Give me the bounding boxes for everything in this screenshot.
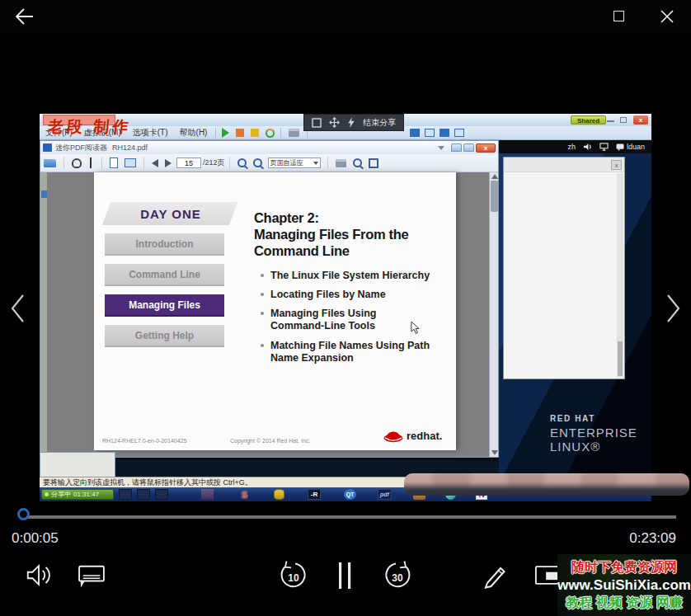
taskbar-icon [155,489,168,500]
share-status: 分享中 [51,490,71,499]
volume-button[interactable] [25,562,53,589]
subtitles-button[interactable] [78,564,106,587]
vm-fullscreen-icon [454,129,464,137]
divider [215,128,216,138]
vm-panel-icon [410,129,420,137]
divider [101,157,102,169]
video-player-app: Shared x 老段 制作 文件(F) 虚拟机(M) 选项卡(T) 帮助(H) [0,0,691,616]
total-time: 0:23:09 [577,530,676,547]
zoom-in-icon [237,158,247,167]
taskbar-icon [119,489,132,500]
scrollbar-thumb [491,181,498,212]
app-titlebar [0,0,691,33]
pdf-scrollbar [489,172,498,457]
pdf-file-name: RH124.pdf [112,143,148,152]
bookmark-icon [41,190,47,198]
divider [63,157,64,169]
seek-bar[interactable] [26,515,676,519]
skip-forward-30-button[interactable]: 30 [383,560,412,590]
zoom-out-icon [253,158,262,167]
slide-nav-introduction: Introduction [105,233,224,256]
page-number-input: 15 [176,158,201,168]
slide-nav-command-line: Command Line [105,264,224,286]
pdf-titlebar: 迷你PDF阅读器 RH124.pdf x [40,141,498,154]
pdf-reader-window: 迷你PDF阅读器 RH124.pdf x 15 /212 [40,140,499,458]
pause-button[interactable] [336,561,355,590]
taskbar-icon [137,489,150,500]
pdf-taskbar-icon: pdf [378,489,392,500]
continuous-page-icon [125,158,136,167]
select-region-icon [312,118,322,128]
chapter-heading: Chapter 2: Managing Files From the Comma… [254,209,427,259]
next-page-icon [165,159,172,167]
display-icon [599,143,609,151]
site-watermark: 随时下免费资源网 www.SuiShiXia.com 教程 视频 资源 网赚 [557,554,691,616]
redhat-hat-icon [383,428,404,443]
mouse-cursor [411,321,420,335]
slide-nav-managing-files: Managing Files [105,294,224,317]
brand-line-3: LINUX® [550,440,637,454]
chevron-down-icon [313,162,318,165]
brand-line-1: RED HAT [550,414,637,423]
slide-bullet: Locating Files by Name [270,289,449,301]
open-file-icon [44,159,56,167]
language-indicator: zh [567,143,576,151]
vm-suspend-icon [251,129,259,137]
back-icon[interactable] [13,6,36,27]
pdf-maximize-icon [463,143,474,152]
fit-mode-value: 页面自适应 [270,158,303,168]
vm-maximize-icon [620,117,627,123]
scroll-down-icon [491,450,498,455]
taskbar-app-icon [201,489,214,500]
panel-header [504,158,624,172]
rhel-wallpaper-brand: RED HAT ENTERPRISE LINUX® [550,414,637,454]
vm-stop-icon [236,129,244,137]
pdf-close-icon: x [476,143,496,153]
menu-help: 帮助(H) [174,127,214,139]
seek-handle[interactable] [17,508,30,520]
taskbar-s-icon: S [238,489,251,500]
edit-button[interactable] [482,561,509,589]
hand-tool-icon [72,158,82,168]
panel-scroll-thumb [618,341,623,376]
remote-desktop: zh lduan x RED HAT ENTERPRISE LINUX® [499,140,651,477]
skip-forward-label: 30 [383,572,412,584]
shared-badge: Shared [571,115,606,125]
recording-dot-icon [45,492,49,496]
chapter-title: Managing Files From the Command Line [254,226,427,259]
session-bar: zh lduan [499,140,651,153]
pdf-panel-remnant [40,452,115,477]
slide-bullet: The Linux File System Hierarchy [270,270,449,282]
next-video-button[interactable] [663,290,684,327]
watermark-line-3: 教程 视频 资源 网赚 [566,595,682,612]
vm-refresh-icon [266,129,275,138]
user-indicator: lduan [616,143,645,151]
previous-video-button[interactable] [7,290,28,327]
chapter-label: Chapter 2: [254,209,427,226]
pdf-side-rail [40,172,47,457]
vm-minimize-icon [607,120,614,122]
taskbar-r-icon: -R [308,489,321,500]
slide-bullet: Matching File Names Using Path Name Expa… [270,340,449,364]
fit-mode-select: 页面自适应 [268,158,321,168]
watermark-line-1: 随时下免费资源网 [571,559,677,576]
minimize-button[interactable] [552,5,582,28]
slide-nav-getting-help: Getting Help [105,325,224,347]
pdf-content-area: DAY ONE Introduction Command Line Managi… [40,172,498,457]
skip-back-10-button[interactable]: 10 [279,560,308,590]
day-title: DAY ONE [101,207,241,221]
video-frame[interactable]: Shared x 老段 制作 文件(F) 虚拟机(M) 选项卡(T) 帮助(H) [40,114,651,501]
slide-footer-code: RH124-RHEL7.0-en-0-20140425 [102,438,186,444]
redhat-logo: redhat. [383,428,442,443]
redhat-logo-text: redhat. [407,430,442,442]
single-page-icon [110,158,118,168]
close-button[interactable] [658,7,676,26]
move-icon [329,117,340,128]
print-icon [336,159,346,167]
screenshare-toolbar: 结束分享 [303,114,404,131]
skip-back-label: 10 [279,572,308,584]
slide-bullet: Managing Files Using Command-Line Tools [270,308,407,332]
divider [280,128,281,138]
maximize-button[interactable] [613,11,624,21]
divider [327,157,328,169]
